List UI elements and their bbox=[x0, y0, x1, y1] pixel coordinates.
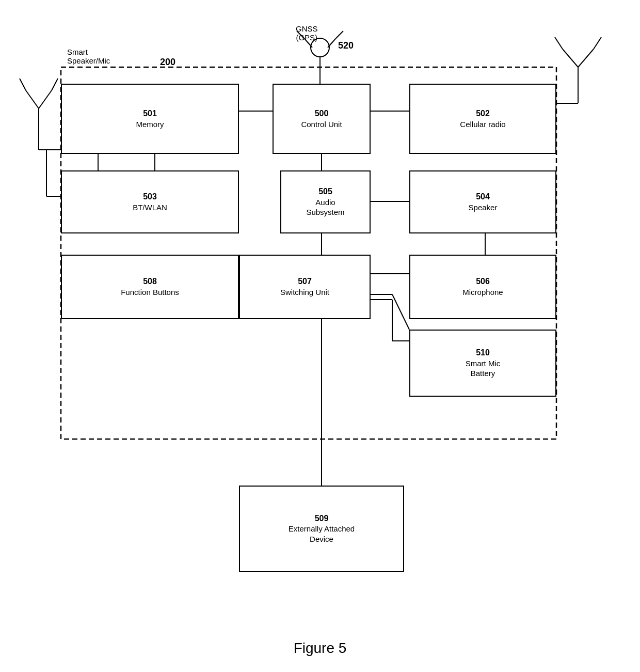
svg-line-18 bbox=[594, 37, 601, 49]
block-509-label: Externally Attached Device bbox=[289, 524, 355, 544]
block-503: 503 BT/WLAN bbox=[61, 170, 239, 233]
block-501: 501 Memory bbox=[61, 84, 239, 154]
svg-line-12 bbox=[52, 79, 58, 90]
block-500: 500 Control Unit bbox=[273, 84, 371, 154]
block-501-number: 501 bbox=[143, 108, 157, 119]
figure-caption: Figure 5 bbox=[0, 640, 640, 657]
block-507-label: Switching Unit bbox=[280, 287, 329, 298]
block-504: 504 Speaker bbox=[409, 170, 556, 233]
block-503-label: BT/WLAN bbox=[133, 202, 167, 213]
block-508-number: 508 bbox=[143, 276, 157, 287]
svg-line-4 bbox=[328, 39, 335, 48]
block-501-label: Memory bbox=[136, 119, 164, 130]
svg-line-16 bbox=[578, 49, 594, 67]
block-506-number: 506 bbox=[476, 276, 490, 287]
svg-line-15 bbox=[563, 49, 578, 67]
gnss-label: GNSS (GPS) bbox=[296, 15, 318, 42]
svg-line-17 bbox=[555, 37, 563, 49]
block-509: 509 Externally Attached Device bbox=[239, 486, 404, 572]
block-508-label: Function Buttons bbox=[121, 287, 179, 298]
block-505: 505 Audio Subsystem bbox=[280, 170, 371, 233]
svg-line-10 bbox=[39, 90, 52, 108]
block-504-label: Speaker bbox=[469, 202, 498, 213]
block-507: 507 Switching Unit bbox=[239, 255, 371, 319]
svg-line-6 bbox=[335, 31, 343, 39]
block-500-number: 500 bbox=[315, 108, 329, 119]
block-510-number: 510 bbox=[476, 348, 490, 358]
block-503-number: 503 bbox=[143, 192, 157, 202]
block-502-number: 502 bbox=[476, 108, 490, 119]
block-508: 508 Function Buttons bbox=[61, 255, 239, 319]
gnss-number: 520 bbox=[338, 40, 354, 51]
block-502-label: Cellular radio bbox=[460, 119, 505, 130]
block-506-label: Microphone bbox=[462, 287, 503, 298]
block-505-label: Audio Subsystem bbox=[306, 197, 344, 217]
system-number: 200 bbox=[160, 57, 175, 68]
svg-line-35 bbox=[392, 294, 409, 330]
block-505-number: 505 bbox=[318, 186, 332, 197]
block-504-number: 504 bbox=[476, 192, 490, 202]
svg-line-9 bbox=[26, 90, 39, 108]
block-506: 506 Microphone bbox=[409, 255, 556, 319]
block-502: 502 Cellular radio bbox=[409, 84, 556, 154]
block-510-label: Smart Mic Battery bbox=[466, 358, 501, 379]
svg-line-11 bbox=[20, 79, 26, 90]
block-507-number: 507 bbox=[298, 276, 312, 287]
block-500-label: Control Unit bbox=[301, 119, 342, 130]
block-510: 510 Smart Mic Battery bbox=[409, 330, 556, 397]
block-509-number: 509 bbox=[315, 513, 329, 524]
smart-speaker-label: Smart Speaker/Mic bbox=[67, 39, 110, 65]
